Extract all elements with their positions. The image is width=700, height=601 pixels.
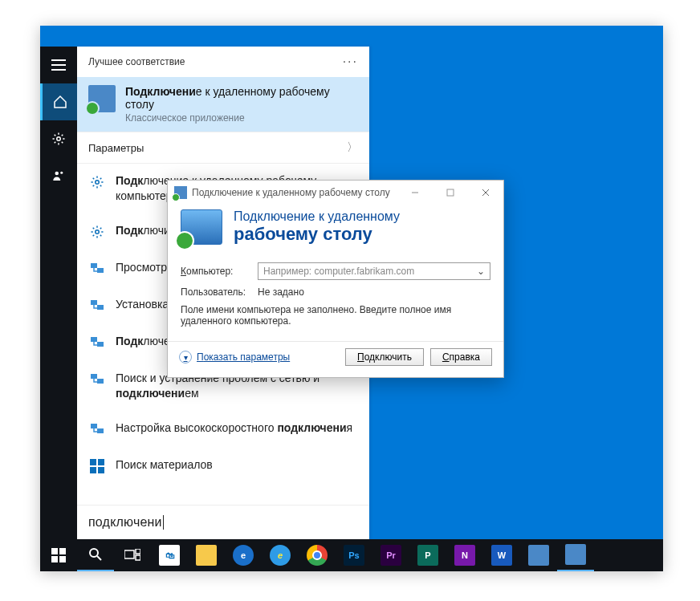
result-text: Поиск материалов: [116, 457, 213, 473]
close-button[interactable]: [468, 181, 503, 205]
computer-label: Компьютер:: [181, 266, 250, 277]
search-header: Лучшее соответствие ···: [77, 47, 369, 77]
search-result-item[interactable]: Поиск материалов: [77, 448, 369, 485]
remote-app2-icon[interactable]: [557, 539, 594, 571]
svg-rect-25: [124, 550, 134, 558]
svg-rect-13: [91, 424, 97, 428]
rdp-title-icon: [174, 186, 187, 199]
network-icon: [88, 334, 106, 351]
store-app-icon[interactable]: 🛍: [151, 539, 188, 571]
svg-rect-18: [98, 467, 104, 473]
svg-rect-17: [90, 467, 96, 473]
ie-icon[interactable]: e: [262, 539, 299, 571]
svg-rect-21: [59, 548, 66, 554]
svg-rect-6: [97, 268, 104, 273]
svg-rect-11: [91, 374, 97, 379]
svg-rect-26: [136, 549, 140, 554]
svg-point-4: [96, 230, 100, 234]
svg-rect-27: [136, 555, 140, 560]
svg-point-24: [90, 549, 98, 557]
rdp-app-icon: [88, 85, 116, 112]
rdp-banner-line1: Подключение к удаленному: [234, 209, 400, 224]
best-match-item[interactable]: Подключение к удаленному рабочему столу …: [77, 77, 369, 132]
user-label: Пользователь:: [181, 286, 250, 298]
photoshop-icon[interactable]: Ps: [336, 539, 372, 571]
hamburger-icon[interactable]: [40, 47, 77, 83]
network-icon: [88, 420, 106, 438]
rdp-footer: ▾ Показать параметры Подключить Справка: [168, 341, 503, 377]
rdp-titlebar[interactable]: Подключение к удаленному рабочему столу: [168, 181, 503, 205]
chevron-right-icon: 〉: [347, 140, 358, 155]
result-text: Настройка высокоскоростного подключения: [116, 420, 352, 436]
svg-rect-9: [91, 337, 97, 342]
search-result-item[interactable]: Настройка высокоскоростного подключения: [77, 411, 369, 448]
user-value: Не задано: [258, 286, 304, 298]
chrome-icon[interactable]: [299, 539, 336, 571]
publisher-icon[interactable]: P: [409, 539, 446, 571]
people-icon[interactable]: [40, 157, 77, 194]
computer-placeholder: Например: computer.fabrikam.com: [263, 266, 414, 277]
svg-rect-16: [98, 459, 104, 465]
more-icon[interactable]: ···: [343, 55, 358, 69]
desktop-frame: Лучшее соответствие ··· Подключение к уд…: [40, 26, 663, 571]
gear-icon: [88, 223, 106, 241]
svg-point-2: [60, 172, 63, 174]
gear-icon: [88, 173, 106, 191]
text-caret: [163, 515, 164, 530]
svg-rect-7: [91, 300, 97, 305]
svg-rect-23: [59, 556, 66, 562]
svg-rect-22: [51, 556, 58, 562]
svg-rect-15: [90, 459, 96, 465]
rdp-banner-line2: рабочему столу: [234, 224, 400, 245]
network-icon: [88, 297, 106, 315]
svg-rect-10: [97, 342, 104, 347]
svg-rect-5: [91, 263, 97, 268]
rdp-hint-text: Поле имени компьютера не заполнено. Введ…: [181, 304, 490, 327]
rdp-banner-icon: [181, 209, 222, 245]
chevron-down-icon[interactable]: ⌄: [477, 266, 485, 277]
network-icon: [88, 371, 106, 388]
help-button[interactable]: Справка: [430, 348, 492, 366]
rdp-title-text: Подключение к удаленному рабочему столу: [192, 187, 397, 198]
rdp-banner: Подключение к удаленному рабочему столу: [168, 205, 503, 254]
start-left-rail: [40, 47, 77, 539]
start-button[interactable]: [40, 539, 77, 571]
parameters-header[interactable]: Параметры 〉: [77, 132, 369, 164]
taskbar-search-button[interactable]: [77, 539, 114, 571]
connect-button[interactable]: Подключить: [345, 348, 424, 366]
search-input[interactable]: подключени: [77, 505, 369, 539]
task-view-button[interactable]: [114, 539, 151, 571]
premiere-icon[interactable]: Pr: [372, 539, 409, 571]
onenote-icon[interactable]: N: [446, 539, 483, 571]
minimize-button[interactable]: [397, 181, 433, 205]
svg-rect-20: [51, 548, 58, 554]
show-options-link[interactable]: ▾ Показать параметры: [179, 351, 290, 363]
svg-point-0: [57, 137, 61, 141]
taskbar: 🛍 e e Ps Pr P N W: [40, 539, 663, 571]
settings-gear-icon[interactable]: [40, 120, 77, 157]
svg-rect-8: [97, 305, 104, 310]
edge-icon[interactable]: e: [225, 539, 262, 571]
best-match-label: Лучшее соответствие: [88, 56, 185, 67]
network-icon: [88, 260, 106, 278]
best-match-subtitle: Классическое приложение: [125, 112, 358, 124]
computer-combobox[interactable]: Например: computer.fabrikam.com ⌄: [258, 262, 490, 280]
svg-rect-12: [97, 379, 104, 384]
rdp-body: Компьютер: Например: computer.fabrikam.c…: [168, 254, 503, 341]
expand-down-icon: ▾: [179, 351, 192, 363]
rdp-dialog: Подключение к удаленному рабочему столу …: [167, 180, 504, 378]
home-icon[interactable]: [40, 83, 77, 120]
maximize-button[interactable]: [433, 181, 468, 205]
svg-point-1: [55, 172, 59, 176]
store-icon: [88, 457, 106, 475]
parameters-label: Параметры: [88, 142, 144, 154]
word-icon[interactable]: W: [483, 539, 520, 571]
svg-rect-19: [447, 189, 454, 196]
svg-point-3: [96, 181, 100, 185]
svg-rect-14: [97, 428, 104, 433]
best-match-title: Подключение к удаленному рабочему столу: [125, 85, 358, 111]
file-explorer-icon[interactable]: [188, 539, 225, 571]
remote-app1-icon[interactable]: [520, 539, 557, 571]
